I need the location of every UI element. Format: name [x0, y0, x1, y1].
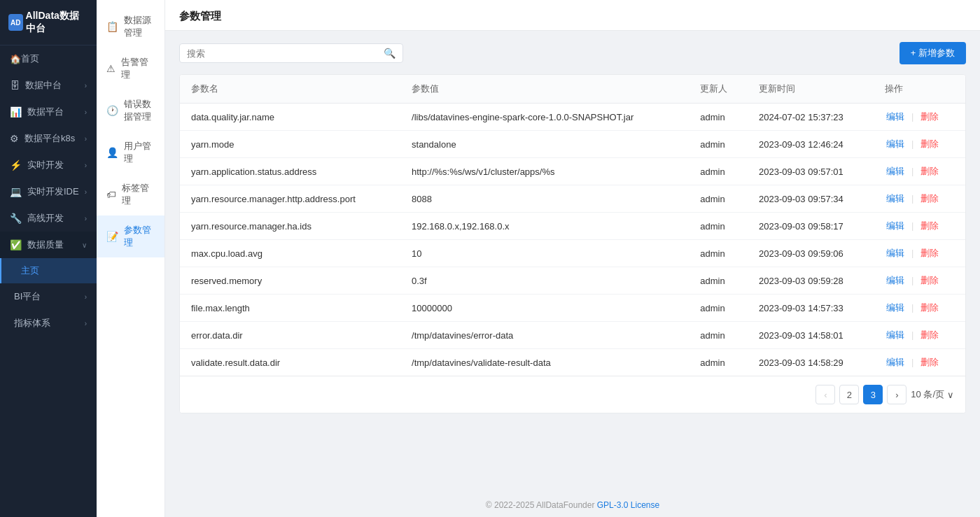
- delete-button[interactable]: 删除: [919, 329, 940, 341]
- cell-update-time: 2024-07-02 15:37:23: [748, 104, 874, 131]
- cell-updater: admin: [689, 240, 748, 267]
- add-param-button[interactable]: + 新增参数: [899, 42, 966, 64]
- param-icon: 📝: [106, 231, 118, 242]
- cell-update-time: 2023-09-03 14:57:33: [748, 295, 874, 322]
- cell-value: /libs/datavines-engine-spark-core-1.0.0-…: [400, 104, 689, 131]
- prev-page-button[interactable]: ‹: [816, 385, 835, 404]
- cell-update-time: 2023-09-03 09:57:01: [748, 158, 874, 185]
- cell-actions: 编辑 | 删除: [874, 185, 965, 213]
- delete-button[interactable]: 删除: [919, 192, 940, 205]
- search-box: 🔍: [179, 43, 403, 63]
- table-row: yarn.resource.manager.http.address.port …: [180, 185, 965, 213]
- edit-button[interactable]: 编辑: [885, 329, 906, 341]
- cell-updater: admin: [689, 267, 748, 295]
- sidebar: AD AllData数据中台 🏠 首页 🗄 数据中台 › 📊 数据平台 › ⚙ …: [0, 0, 97, 517]
- left-menu-item-error-data[interactable]: 🕐 错误数据管理: [97, 90, 164, 132]
- edit-button[interactable]: 编辑: [885, 138, 906, 150]
- cell-update-time: 2023-09-03 12:46:24: [748, 131, 874, 158]
- cell-actions: 编辑 | 删除: [874, 322, 965, 349]
- delete-button[interactable]: 删除: [919, 302, 940, 314]
- cell-value: /tmp/datavines/validate-result-data: [400, 349, 689, 376]
- col-updater: 更新人: [689, 75, 748, 104]
- edit-button[interactable]: 编辑: [885, 165, 906, 178]
- cell-actions: 编辑 | 删除: [874, 158, 965, 185]
- action-separator: |: [911, 139, 913, 149]
- table-row: validate.result.data.dir /tmp/datavines/…: [180, 349, 965, 376]
- edit-button[interactable]: 编辑: [885, 247, 906, 260]
- sidebar-sub-item-main[interactable]: 主页: [0, 258, 97, 283]
- left-menu: 📋 数据源管理 ⚠ 告警管理 🕐 错误数据管理 👤 用户管理 🏷 标签管理 📝 …: [97, 0, 165, 517]
- col-actions: 操作: [874, 75, 965, 104]
- cell-actions: 编辑 | 删除: [874, 349, 965, 376]
- cell-actions: 编辑 | 删除: [874, 295, 965, 322]
- page-size-selector: 10 条/页 ∨: [911, 388, 954, 401]
- sidebar-item-data-platform[interactable]: 📊 数据平台 ›: [0, 99, 97, 125]
- delete-button[interactable]: 删除: [919, 274, 940, 287]
- left-menu-item-alert[interactable]: ⚠ 告警管理: [97, 48, 164, 90]
- cell-name: yarn.resource.manager.ha.ids: [180, 213, 400, 240]
- cell-updater: admin: [689, 185, 748, 213]
- chevron-down-icon: ∨: [82, 241, 87, 249]
- delete-button[interactable]: 删除: [919, 111, 940, 123]
- cell-update-time: 2023-09-03 09:58:17: [748, 213, 874, 240]
- edit-button[interactable]: 编辑: [885, 192, 906, 205]
- delete-button[interactable]: 删除: [919, 165, 940, 178]
- realtime-icon: ⚡: [10, 160, 22, 171]
- left-menu-item-tag[interactable]: 🏷 标签管理: [97, 173, 164, 215]
- cell-name: file.max.length: [180, 295, 400, 322]
- page-3-button[interactable]: 3: [863, 385, 883, 404]
- cell-name: reserved.memory: [180, 267, 400, 295]
- edit-button[interactable]: 编辑: [885, 111, 906, 123]
- cell-value: 10: [400, 240, 689, 267]
- action-separator: |: [911, 275, 913, 285]
- sidebar-item-data-platform-k8s[interactable]: ⚙ 数据平台k8s ›: [0, 125, 97, 152]
- sidebar-item-data-quality[interactable]: ✅ 数据质量 ∨: [0, 232, 97, 258]
- delete-button[interactable]: 删除: [919, 247, 940, 260]
- toolbar: 🔍 + 新增参数: [179, 42, 966, 64]
- cell-name: yarn.application.status.address: [180, 158, 400, 185]
- edit-button[interactable]: 编辑: [885, 302, 906, 314]
- col-name: 参数名: [180, 75, 400, 104]
- cell-updater: admin: [689, 295, 748, 322]
- edit-button[interactable]: 编辑: [885, 274, 906, 287]
- params-table: 参数名 参数值 更新人 更新时间 操作 data.quality.jar.nam…: [179, 74, 966, 413]
- delete-button[interactable]: 删除: [919, 356, 940, 369]
- delete-button[interactable]: 删除: [919, 220, 940, 232]
- sidebar-item-realtime-dev-ide[interactable]: 💻 实时开发IDE ›: [0, 178, 97, 205]
- chevron-right-icon: ›: [85, 108, 87, 116]
- edit-button[interactable]: 编辑: [885, 356, 906, 369]
- cell-update-time: 2023-09-03 09:59:28: [748, 267, 874, 295]
- sidebar-item-bi-platform[interactable]: BI平台 ›: [0, 283, 97, 310]
- cell-actions: 编辑 | 删除: [874, 240, 965, 267]
- next-page-button[interactable]: ›: [887, 385, 906, 404]
- action-separator: |: [911, 166, 913, 176]
- cell-value: standalone: [400, 131, 689, 158]
- page-2-button[interactable]: 2: [839, 385, 859, 404]
- cell-actions: 编辑 | 删除: [874, 104, 965, 131]
- action-separator: |: [911, 248, 913, 258]
- left-menu-item-user[interactable]: 👤 用户管理: [97, 132, 164, 173]
- cell-name: yarn.resource.manager.http.address.port: [180, 185, 400, 213]
- edit-button[interactable]: 编辑: [885, 220, 906, 232]
- cell-updater: admin: [689, 131, 748, 158]
- page-size-chevron-icon: ∨: [947, 390, 954, 400]
- page-title: 参数管理: [179, 10, 221, 22]
- sidebar-item-offline-dev[interactable]: 🔧 高线开发 ›: [0, 205, 97, 232]
- cell-name: data.quality.jar.name: [180, 104, 400, 131]
- sidebar-item-data-center[interactable]: 🗄 数据中台 ›: [0, 72, 97, 99]
- offline-icon: 🔧: [10, 213, 22, 224]
- search-input[interactable]: [187, 48, 384, 59]
- table-row: yarn.application.status.address http://%…: [180, 158, 965, 185]
- cell-value: http://%s:%s/ws/v1/cluster/apps/%s: [400, 158, 689, 185]
- sidebar-item-realtime-dev[interactable]: ⚡ 实时开发 ›: [0, 152, 97, 178]
- left-menu-item-param[interactable]: 📝 参数管理: [97, 215, 164, 257]
- license-link[interactable]: GPL-3.0 License: [597, 500, 659, 510]
- sidebar-item-home[interactable]: 🏠 首页: [0, 45, 97, 72]
- left-menu-item-data-source[interactable]: 📋 数据源管理: [97, 6, 164, 48]
- footer: © 2022-2025 AllDataFounder GPL-3.0 Licen…: [165, 493, 980, 517]
- delete-button[interactable]: 删除: [919, 138, 940, 150]
- cell-update-time: 2023-09-03 14:58:29: [748, 349, 874, 376]
- table-row: data.quality.jar.name /libs/datavines-en…: [180, 104, 965, 131]
- sidebar-item-metrics[interactable]: 指标体系 ›: [0, 310, 97, 337]
- cell-actions: 编辑 | 删除: [874, 267, 965, 295]
